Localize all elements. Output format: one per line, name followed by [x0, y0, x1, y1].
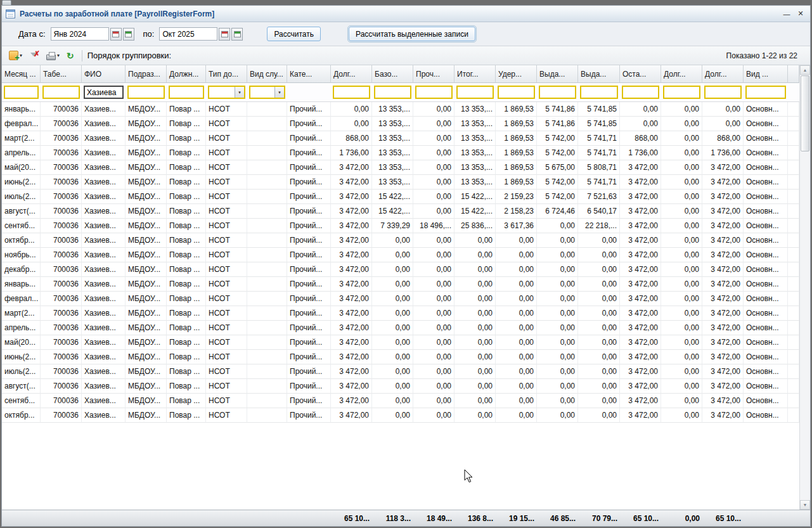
table-cell: МБДОУ... [126, 160, 167, 175]
close-button[interactable]: ✕ [795, 9, 806, 19]
table-row[interactable]: март(2...700036Хазиев...МБДОУ...Повар ..… [2, 131, 799, 146]
table-cell: апрель... [2, 321, 41, 335]
clear-filter-button[interactable]: ✗ [27, 49, 41, 63]
column-header[interactable]: Итог... [454, 65, 496, 83]
table-row[interactable]: июль(2...700036Хазиев...МБДОУ...Повар ..… [2, 364, 799, 379]
table-row[interactable]: январь...700036Хазиев...МБДОУ...Повар ..… [2, 102, 799, 117]
column-header[interactable]: Проч... [413, 65, 454, 83]
minimize-button[interactable]: — [781, 9, 792, 19]
table-row[interactable]: сентяб...700036Хазиев...МБДОУ...Повар ..… [2, 394, 799, 408]
table-row[interactable]: октябр...700036Хазиев...МБДОУ...Повар ..… [2, 408, 799, 423]
table-row[interactable]: ноябрь...700036Хазиев...МБДОУ...Повар ..… [2, 248, 799, 262]
table-cell: 700036 [41, 204, 82, 219]
scroll-down-arrow[interactable]: ▼ [800, 500, 810, 510]
table-cell: 0,00 [702, 102, 744, 117]
column-header[interactable]: ФИО [82, 65, 126, 83]
column-header[interactable]: Вид слу... [247, 65, 287, 83]
filter-input[interactable] [333, 86, 370, 99]
filter-select[interactable]: ▾ [249, 86, 285, 99]
table-row[interactable]: июнь(2...700036Хазиев...МБДОУ...Повар ..… [2, 175, 799, 190]
column-header[interactable]: Табе... [41, 65, 82, 83]
print-button[interactable]: ▾ [44, 49, 61, 63]
date-to-calendar-button[interactable] [219, 28, 230, 41]
table-row[interactable]: март(2...700036Хазиев...МБДОУ...Повар ..… [2, 306, 799, 321]
table-cell: 5 741,86 [537, 117, 578, 131]
column-header[interactable]: Подраз... [126, 65, 167, 83]
table-cell: 2 159,23 [496, 190, 537, 204]
add-record-button[interactable]: ▾ [7, 49, 24, 63]
refresh-button[interactable]: ↻ [65, 49, 76, 63]
window-titlebar[interactable]: Расчеты по заработной плате [PayrollRegi… [2, 6, 810, 22]
column-header[interactable]: Вид ... [744, 65, 788, 83]
column-header[interactable]: Оста... [620, 65, 661, 83]
table-cell [247, 394, 287, 408]
table-cell: МБДОУ... [126, 364, 167, 379]
table-row[interactable]: январь...700036Хазиев...МБДОУ...Повар ..… [2, 277, 799, 292]
column-header[interactable]: Тип до... [206, 65, 247, 83]
filter-cell [41, 83, 82, 102]
filter-input[interactable] [374, 86, 411, 99]
calculate-selected-button[interactable]: Рассчитать выделенные записи [349, 27, 475, 41]
table-row[interactable]: май(20...700036Хазиев...МБДОУ...Повар ..… [2, 160, 799, 175]
filter-input[interactable] [84, 86, 124, 99]
table-cell: 0,00 [413, 277, 454, 292]
table-cell-filler [788, 394, 799, 408]
table-row[interactable]: декабр...700036Хазиев...МБДОУ...Повар ..… [2, 262, 799, 277]
column-header[interactable]: Долг... [331, 65, 372, 83]
calculate-button[interactable]: Рассчитать [267, 27, 321, 41]
table-row[interactable]: август(...700036Хазиев...МБДОУ...Повар .… [2, 379, 799, 394]
table-cell: 0,00 [372, 292, 413, 306]
table-row[interactable]: феврал...700036Хазиев...МБДОУ...Повар ..… [2, 292, 799, 306]
column-header[interactable]: Выда... [578, 65, 620, 83]
table-cell: 0,00 [413, 379, 454, 394]
table-cell: 700036 [41, 350, 82, 364]
filter-input[interactable] [498, 86, 535, 99]
scroll-up-arrow[interactable]: ▲ [800, 65, 810, 75]
filter-select[interactable]: ▾ [208, 86, 245, 99]
filter-input[interactable] [622, 86, 659, 99]
column-header[interactable]: Базо... [372, 65, 413, 83]
column-header[interactable]: Месяц ... [2, 65, 41, 83]
filter-input[interactable] [456, 86, 494, 99]
column-header[interactable]: Долг... [661, 65, 702, 83]
filter-input[interactable] [580, 86, 618, 99]
table-cell: 0,00 [496, 262, 537, 277]
table-row[interactable]: феврал...700036Хазиев...МБДОУ...Повар ..… [2, 117, 799, 131]
date-from-input[interactable] [51, 27, 109, 41]
table-row[interactable]: май(20...700036Хазиев...МБДОУ...Повар ..… [2, 335, 799, 350]
column-header[interactable]: Удер... [496, 65, 537, 83]
column-header[interactable]: Кате... [287, 65, 331, 83]
table-row[interactable]: апрель...700036Хазиев...МБДОУ...Повар ..… [2, 321, 799, 335]
filter-input[interactable] [539, 86, 576, 99]
filter-input[interactable] [415, 86, 453, 99]
date-to-picker-button[interactable] [231, 28, 243, 41]
date-to-input[interactable] [159, 27, 217, 41]
table-row[interactable]: октябр...700036Хазиев...МБДОУ...Повар ..… [2, 233, 799, 248]
table-row[interactable]: июнь(2...700036Хазиев...МБДОУ...Повар ..… [2, 350, 799, 364]
column-header[interactable]: Долг... [702, 65, 744, 83]
table-cell: январь... [2, 277, 41, 292]
table-row[interactable]: сентяб...700036Хазиев...МБДОУ...Повар ..… [2, 219, 799, 233]
filter-input[interactable] [42, 86, 80, 99]
table-cell: 0,00 [413, 394, 454, 408]
filter-input[interactable] [663, 86, 700, 99]
filter-input[interactable] [745, 86, 786, 99]
table-row[interactable]: август(...700036Хазиев...МБДОУ...Повар .… [2, 204, 799, 219]
vertical-scrollbar[interactable]: ▲ ▼ [799, 65, 810, 510]
filter-input[interactable] [704, 86, 742, 99]
filter-input[interactable] [4, 86, 39, 99]
scrollbar-thumb[interactable] [801, 75, 809, 151]
table-cell: 700036 [41, 262, 82, 277]
table-cell: НСОТ [206, 248, 247, 262]
table-row[interactable]: июль(2...700036Хазиев...МБДОУ...Повар ..… [2, 190, 799, 204]
column-header[interactable]: Должн... [167, 65, 206, 83]
table-row[interactable]: апрель...700036Хазиев...МБДОУ...Повар ..… [2, 146, 799, 160]
date-from-picker-button[interactable] [123, 28, 134, 41]
column-header[interactable]: Выда... [537, 65, 578, 83]
filter-input[interactable] [169, 86, 204, 99]
date-from-calendar-button[interactable] [110, 28, 122, 41]
total-cell [82, 510, 126, 526]
filter-input[interactable] [127, 86, 165, 99]
records-shown-label: Показано 1-22 из 22 [726, 51, 797, 60]
table-cell: Основн... [744, 306, 788, 321]
